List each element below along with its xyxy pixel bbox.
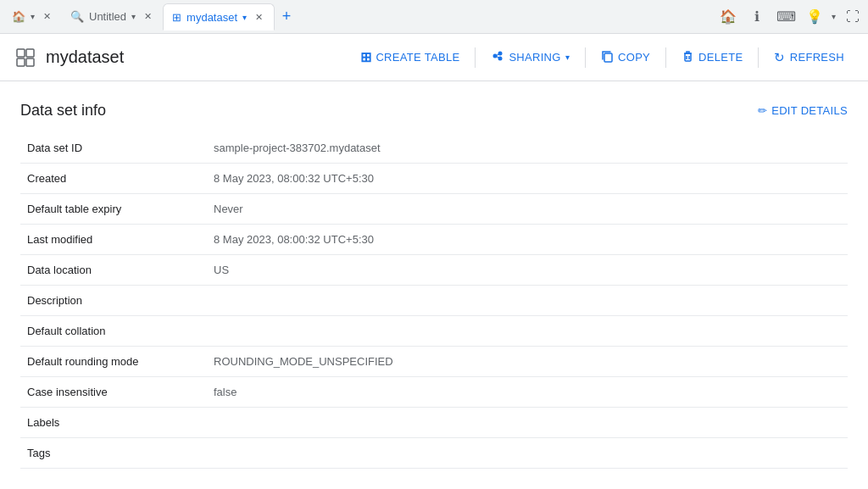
info-icon[interactable]: ℹ [745,5,769,29]
row-value: sample-project-383702.mydataset [207,133,848,164]
svg-rect-9 [604,53,612,62]
table-row: Labels [20,408,848,438]
sharing-dropdown-icon[interactable]: ▾ [565,53,570,62]
row-label: Created [20,164,207,194]
row-label: Default rounding mode [20,347,207,377]
row-label: Case insensitive [20,377,207,408]
section-title: Data set info [20,102,106,119]
row-label: Data set ID [20,133,207,164]
row-value [207,316,848,347]
refresh-button[interactable]: ↻ REFRESH [764,43,854,72]
table-row: Tags [20,438,848,469]
row-label: Description [20,286,207,316]
edit-details-button[interactable]: ✏ EDIT DETAILS [758,104,848,117]
tab-bar: 🏠 ▾ ✕ 🔍 Untitled ▾ ✕ ⊞ mydataset ▾ ✕ + 🏠… [0,0,868,34]
row-label: Default collation [20,316,207,347]
home-nav-icon[interactable]: 🏠 [716,5,740,29]
tab-untitled[interactable]: 🔍 Untitled ▾ ✕ [62,3,163,31]
tab-home-close[interactable]: ✕ [40,10,53,24]
divider-2 [585,47,586,68]
table-icon: ⊞ [172,11,181,24]
delete-button[interactable]: DELETE [671,43,753,72]
tab-mydataset-dropdown[interactable]: ▾ [242,13,247,22]
home-icon: 🏠 [12,10,25,23]
row-value: ROUNDING_MODE_UNSPECIFIED [207,347,848,377]
tab-mydataset-label: mydataset [186,11,237,24]
info-table: Data set IDsample-project-383702.mydatas… [20,133,848,469]
content-area: Data set info ✏ EDIT DETAILS Data set ID… [0,81,868,489]
new-tab-button[interactable]: + [275,5,298,29]
bulb-dropdown[interactable]: ▾ [832,12,836,21]
row-value [207,286,848,316]
row-value: 8 May 2023, 08:00:32 UTC+5:30 [207,164,848,194]
sharing-icon [491,49,504,65]
sharing-button[interactable]: SHARING ▾ [481,42,580,72]
table-row: Default collation [20,316,848,347]
copy-button[interactable]: COPY [591,43,660,72]
create-table-button[interactable]: ⊞ CREATE TABLE [350,42,470,72]
edit-details-label: EDIT DETAILS [771,104,848,117]
bulb-icon[interactable]: 💡 [803,5,826,29]
table-row: Case insensitivefalse [20,377,848,408]
copy-icon [601,50,614,65]
svg-rect-2 [17,58,25,66]
divider-3 [665,47,666,68]
svg-rect-1 [26,49,34,57]
section-header: Data set info ✏ EDIT DETAILS [20,102,848,119]
create-table-icon: ⊞ [360,49,371,65]
tab-bar-right-icons: 🏠 ℹ ⌨ 💡 ▾ ⛶ [716,5,865,29]
page-title: mydataset [46,47,350,67]
tab-untitled-dropdown[interactable]: ▾ [131,12,136,21]
tab-mydataset-close[interactable]: ✕ [252,10,265,24]
table-row: Created8 May 2023, 08:00:32 UTC+5:30 [20,164,848,194]
row-label: Labels [20,408,207,438]
search-icon: 🔍 [70,10,84,23]
tab-home[interactable]: 🏠 ▾ ✕ [3,3,62,31]
table-row: Data locationUS [20,255,848,286]
sharing-label: SHARING [509,51,560,64]
delete-icon [682,50,694,65]
svg-line-8 [498,57,499,58]
table-row: Last modified8 May 2023, 08:00:32 UTC+5:… [20,225,848,255]
copy-label: COPY [618,51,650,64]
table-row: Data set IDsample-project-383702.mydatas… [20,133,848,164]
row-value: false [207,377,848,408]
tab-untitled-label: Untitled [89,10,126,23]
row-value: 8 May 2023, 08:00:32 UTC+5:30 [207,225,848,255]
keyboard-icon[interactable]: ⌨ [774,5,798,29]
svg-rect-3 [26,58,34,66]
row-value [207,408,848,438]
table-row: Default rounding modeROUNDING_MODE_UNSPE… [20,347,848,377]
divider-1 [475,47,476,68]
refresh-label: REFRESH [790,51,844,64]
row-value [207,438,848,469]
table-row: Description [20,286,848,316]
row-label: Data location [20,255,207,286]
tab-untitled-close[interactable]: ✕ [141,10,154,24]
main-toolbar: mydataset ⊞ CREATE TABLE SHARING ▾ [0,34,868,81]
row-value: US [207,255,848,286]
create-table-label: CREATE TABLE [376,51,459,64]
svg-point-6 [498,57,503,61]
delete-label: DELETE [698,51,743,64]
toolbar-actions: ⊞ CREATE TABLE SHARING ▾ [350,42,854,72]
svg-rect-10 [685,53,691,61]
refresh-icon: ↻ [774,50,785,65]
tab-mydataset[interactable]: ⊞ mydataset ▾ ✕ [163,3,275,31]
svg-rect-0 [17,49,25,57]
edit-icon: ✏ [758,104,767,117]
table-row: Default table expiryNever [20,194,848,225]
svg-point-4 [493,54,498,58]
tab-home-dropdown[interactable]: ▾ [31,12,35,21]
svg-line-7 [498,54,499,55]
row-label: Tags [20,438,207,469]
svg-point-5 [498,52,503,56]
row-value: Never [207,194,848,225]
row-label: Last modified [20,225,207,255]
divider-4 [758,47,759,68]
dataset-grid-icon [14,46,37,69]
row-label: Default table expiry [20,194,207,225]
fullscreen-icon[interactable]: ⛶ [841,5,865,29]
